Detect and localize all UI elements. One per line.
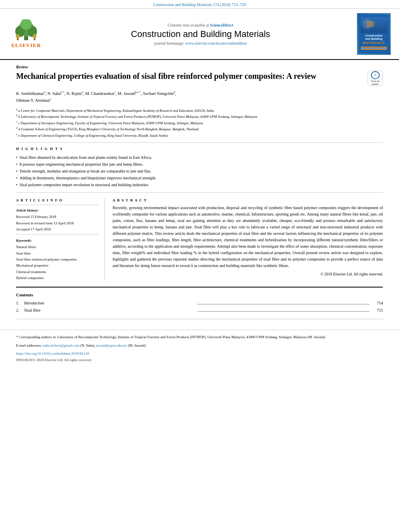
affil-d: d d Graduate School of Engineering (TGGS… — [16, 126, 383, 132]
article-title-text: Mechanical properties evaluation of sisa… — [16, 71, 368, 81]
corresponding-text: Laboratory of Biocomposite Technology, I… — [58, 335, 326, 339]
abstract-col: A B S T R A C T Recently, growing enviro… — [113, 198, 383, 281]
author-saba: N. Saba — [47, 91, 61, 96]
keyword: Hybrid composites — [16, 275, 99, 281]
contents-section: Contents 1. Introduction 714 2. Sisal fi… — [16, 287, 383, 319]
accepted-date: Accepted 17 April 2018 — [16, 226, 99, 232]
author-jawaid: M. Jawaid — [118, 91, 136, 96]
affil-b: b b Laboratory of Biocomposite Technolog… — [16, 113, 383, 119]
main-content: Review Mechanical properties evaluation … — [0, 60, 399, 330]
contents-num: 1. — [16, 300, 24, 307]
highlights-list: Sisal fibre obtained by decortication fr… — [16, 154, 383, 188]
highlights-heading: H I G H L I G H T S — [16, 147, 383, 151]
keyword: Natural fibres — [16, 244, 99, 250]
contents-item: 1. Introduction 714 — [16, 300, 383, 307]
received-date: Received 15 February 2018 — [16, 214, 99, 220]
highlights-section: H I G H L I G H T S Sisal fibre obtained… — [16, 147, 383, 193]
contents-item-title: Introduction — [24, 300, 196, 307]
article-info-abstract-row: A R T I C L E I N F O Article history: R… — [16, 198, 383, 281]
divider — [16, 234, 99, 234]
svg-point-7 — [16, 34, 20, 38]
contents-list: 1. Introduction 714 2. Sisal fibre 715 — [16, 300, 383, 314]
contents-num: 2. — [16, 307, 24, 314]
highlight-item: Sisal fibre obtained by decortication fr… — [16, 154, 383, 161]
sciencedirect-link[interactable]: ScienceDirect — [210, 23, 233, 27]
footer-doi[interactable]: https://doi.org/10.1016/j.conbuildmat.20… — [16, 351, 383, 356]
article-info-heading: A R T I C L E I N F O — [16, 198, 99, 202]
keyword: Sisal fibre reinforced polymer composite… — [16, 257, 99, 263]
keyword: Chemical treatments — [16, 269, 99, 275]
cover-materials-text: MATERIALS — [363, 41, 385, 45]
email2-person: M. Jawaid — [129, 343, 144, 347]
revised-date: Received in revised form 13 April 2018 — [16, 220, 99, 226]
keyword: Sisal fibre — [16, 251, 99, 257]
contents-item: 2. Sisal fibre 715 — [16, 307, 383, 314]
affiliations: a a Centre for Composite Materials, Depa… — [16, 107, 383, 143]
author-alotman: Othman Y. Alotman — [16, 98, 50, 103]
email2[interactable]: jawaid@upm.edu.my — [96, 343, 127, 347]
email1[interactable]: naheedchem@gmail.com — [43, 343, 80, 347]
elsevier-tree-icon — [12, 19, 40, 41]
affil-a: a a Centre for Composite Materials, Depa… — [16, 107, 383, 113]
corresponding-label: * Corresponding authors at: — [16, 335, 56, 339]
article-info-col: A R T I C L E I N F O Article history: R… — [16, 198, 105, 281]
affil-c: c c Department of Aerospace Engineering,… — [16, 120, 383, 126]
keyword: Mechanical properties — [16, 263, 99, 269]
journal-title-center: Contents lists available at ScienceDirec… — [44, 23, 357, 45]
affil-e: e e Department of Chemical Engineering, … — [16, 132, 383, 138]
footer: * Corresponding authors at: Laboratory o… — [0, 330, 399, 367]
highlight-item: It possess super engineering mechanical … — [16, 161, 383, 168]
authors: K. Senthilkumara, N. Sabab,*, N. Rajinia… — [16, 90, 383, 104]
section-label: Review — [16, 65, 383, 69]
elsevier-wordmark: ELSEVIER — [11, 42, 41, 49]
citation-text: Construction and Building Materials 174 … — [153, 2, 246, 7]
journal-homepage: journal homepage: www.elsevier.com/locat… — [48, 41, 353, 45]
keywords-label: Keywords: — [16, 238, 99, 242]
article-history-label: Article history: — [16, 208, 99, 212]
footer-emails: E-mail addresses: naheedchem@gmail.com (… — [16, 343, 383, 348]
homepage-url[interactable]: www.elsevier.com/locate/conbuildmat — [185, 41, 247, 45]
contents-page: 714 — [371, 300, 383, 307]
journal-cover-thumbnail: Constructionand Building MATERIALS — [357, 13, 391, 55]
journal-main-title: Construction and Building Materials — [48, 29, 353, 39]
sciencedirect-line: Contents lists available at ScienceDirec… — [48, 23, 353, 27]
contents-title: Contents — [16, 292, 383, 297]
check-updates-label: Check for updates — [368, 80, 383, 86]
journal-citation: Construction and Building Materials 174 … — [0, 0, 399, 9]
journal-header: ELSEVIER Contents lists available at Sci… — [0, 9, 399, 60]
contents-dots — [197, 304, 369, 304]
contents-dots — [197, 311, 369, 312]
abstract-heading: A B S T R A C T — [113, 198, 383, 202]
article-title-row: Mechanical properties evaluation of sisa… — [16, 71, 383, 86]
author-chandrasekar: M. Chandrasekar — [85, 91, 114, 96]
article-history-items: Received 15 February 2018 Received in re… — [16, 214, 99, 232]
corresponding-authors: * Corresponding authors at: Laboratory o… — [16, 334, 383, 340]
page: Construction and Building Materials 174 … — [0, 0, 399, 532]
contents-item-title: Sisal fibre — [24, 307, 196, 314]
footer-issn: 0950-0618/© 2018 Elsevier Ltd. All right… — [16, 357, 383, 363]
highlight-item: Tensile strength, modulus and elongation… — [16, 168, 383, 175]
highlight-item: Adding in thermosets, thermoplastics and… — [16, 175, 383, 181]
author-siengchin: Suchart Siengchin — [143, 91, 174, 96]
highlight-item: Sisal polymer composites impart revoluti… — [16, 181, 383, 188]
copyright: © 2018 Elsevier Ltd. All rights reserved… — [113, 272, 383, 276]
abstract-text: Recently, growing environmental impact a… — [113, 205, 383, 269]
check-circle-icon: ✓ — [371, 71, 380, 79]
svg-point-8 — [33, 34, 37, 38]
cover-construction-text: Constructionand Building — [365, 34, 383, 41]
divider — [16, 205, 99, 205]
contents-page: 715 — [371, 307, 383, 314]
email-label: E-mail addresses: — [16, 343, 42, 347]
elsevier-logo: ELSEVIER — [8, 19, 44, 49]
keywords-list: Natural fibres Sisal fibre Sisal fibre r… — [16, 244, 99, 281]
check-for-updates-badge: ✓ Check for updates — [368, 71, 383, 86]
author-senthilkumar: K. Senthilkumar — [16, 91, 44, 96]
author-rajini: N. Rajini — [66, 91, 82, 96]
